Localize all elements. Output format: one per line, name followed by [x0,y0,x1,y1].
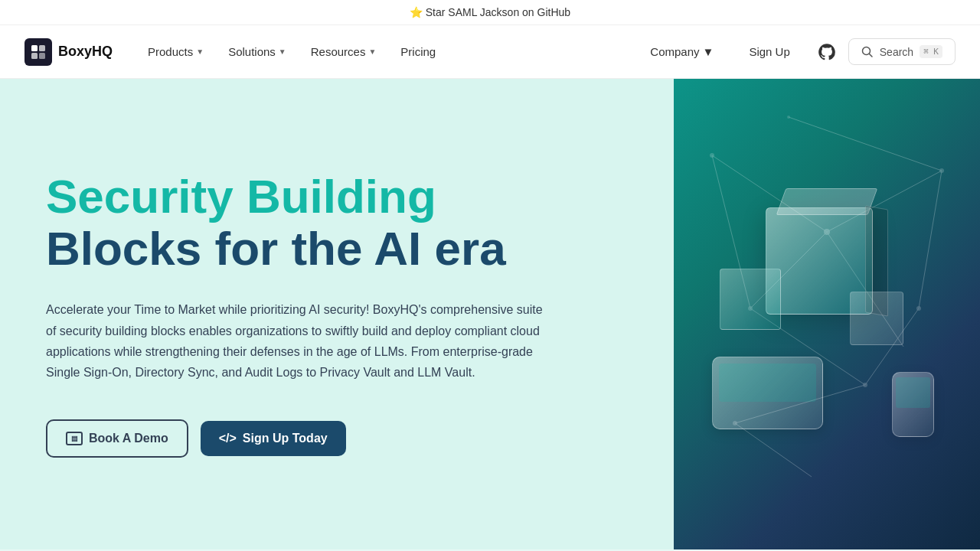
svg-point-24 [787,116,790,119]
nav-signup-button[interactable]: Sign Up [733,39,805,64]
search-icon [861,46,874,58]
geo-blocks [697,169,957,460]
solutions-label: Solutions [228,45,276,58]
resources-label: Resources [311,45,366,58]
resources-chevron-icon: ▼ [368,47,376,56]
github-icon[interactable] [815,40,839,64]
solutions-chevron-icon: ▼ [279,47,286,56]
svg-line-5 [869,54,872,57]
small-cube-right [850,292,903,345]
small-cube-left [720,269,781,330]
navigation: BoxyHQ Products ▼ Solutions ▼ Resources … [0,25,980,79]
company-chevron-icon: ▼ [703,45,714,58]
hero-title-line1: Security Building [46,170,436,223]
signup-button-label: Sign Up Today [243,432,328,445]
nav-right: Company ▼ Sign Up Search ⌘ K [639,38,956,65]
svg-rect-3 [39,53,45,59]
nav-item-pricing[interactable]: Pricing [390,39,446,64]
hero-title: Security Building Blocks for the AI era [46,171,582,275]
nav-item-company[interactable]: Company ▼ [639,39,724,64]
svg-rect-2 [31,53,38,59]
pricing-label: Pricing [400,45,436,58]
svg-point-17 [710,153,714,158]
search-shortcut: ⌘ K [920,45,942,58]
company-label: Company [650,45,699,58]
logo-icon [24,38,52,66]
nav-left: Products ▼ Solutions ▼ Resources ▼ Prici… [137,39,639,64]
logo[interactable]: BoxyHQ [24,38,113,66]
hero-section: Security Building Blocks for the AI era … [0,79,980,549]
svg-line-14 [789,117,942,171]
logo-text: BoxyHQ [58,44,113,60]
search-label: Search [880,46,913,58]
banner-link[interactable]: ⭐ Star SAML Jackson on GitHub [410,6,570,18]
hero-buttons: ▤ Book A Demo </> Sign Up Today [46,419,582,458]
top-banner: ⭐ Star SAML Jackson on GitHub [0,0,980,25]
hero-title-line2: Blocks for the AI era [46,222,506,275]
cube-top [776,188,878,215]
svg-rect-0 [31,45,38,51]
phone-shape [892,372,934,437]
tablet-shape [712,357,823,429]
products-chevron-icon: ▼ [196,47,204,56]
svg-rect-1 [39,45,45,51]
products-label: Products [148,45,193,58]
nav-item-products[interactable]: Products ▼ [137,39,214,64]
book-demo-button[interactable]: ▤ Book A Demo [46,419,188,458]
code-icon: </> [219,432,237,445]
hero-description: Accelerate your Time to Market while pri… [46,299,551,383]
demo-icon: ▤ [66,432,83,445]
signup-today-button[interactable]: </> Sign Up Today [201,421,346,456]
search-button[interactable]: Search ⌘ K [848,38,956,65]
hero-illustration [674,79,980,549]
nav-item-solutions[interactable]: Solutions ▼ [217,39,297,64]
nav-item-resources[interactable]: Resources ▼ [300,39,387,64]
demo-button-label: Book A Demo [89,432,168,445]
hero-content: Security Building Blocks for the AI era … [46,171,582,458]
